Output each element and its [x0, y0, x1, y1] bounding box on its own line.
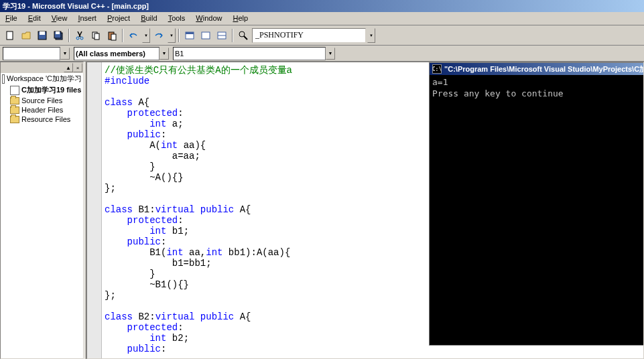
workspace-button[interactable] [182, 28, 197, 43]
console-window[interactable]: C:\ "C:\Program Files\Microsoft Visual S… [429, 62, 644, 346]
window-title: 学习19 - Microsoft Visual C++ - [main.cpp] [0, 0, 644, 12]
panel-close-button[interactable]: × [73, 63, 82, 72]
redo-button[interactable] [151, 28, 166, 43]
find-dropdown[interactable]: ▼ [367, 28, 375, 43]
menu-file[interactable]: File [0, 13, 23, 23]
console-title[interactable]: C:\ "C:\Program Files\Microsoft Visual S… [430, 63, 644, 75]
function-combo-btn[interactable]: ▼ [326, 48, 335, 60]
menu-insert[interactable]: Insert [72, 13, 102, 23]
save-button[interactable] [35, 28, 50, 43]
project-icon [10, 86, 19, 95]
menu-tools[interactable]: Tools [163, 13, 191, 23]
project-node[interactable]: C加加学习19 files [1, 84, 83, 96]
cut-button[interactable] [72, 28, 87, 43]
menu-help[interactable]: Help [227, 13, 253, 23]
menu-project[interactable]: Project [102, 13, 135, 23]
workspace-node[interactable]: Workspace 'C加加学习 [1, 73, 83, 84]
console-output: a=1 Press any key to continue [430, 75, 644, 100]
class-toolbar: ▼ (All class members) ▼ B1 ▼ [0, 46, 644, 62]
panel-pin-button[interactable]: ▲ [64, 63, 73, 72]
redo-dropdown[interactable]: ▼ [168, 28, 176, 43]
paste-button[interactable] [105, 28, 119, 43]
copy-button[interactable] [88, 28, 103, 43]
folder-icon [10, 116, 19, 123]
class-combo[interactable] [3, 47, 60, 60]
folder-header-files[interactable]: Header Files [1, 105, 83, 115]
undo-button[interactable] [126, 28, 141, 43]
folder-source-files[interactable]: Source Files [1, 96, 83, 105]
new-button[interactable] [3, 28, 17, 43]
svg-rect-11 [111, 34, 116, 40]
svg-rect-9 [94, 33, 99, 40]
members-combo[interactable]: (All class members) [74, 47, 159, 60]
folder-resource-files[interactable]: Resource Files [1, 115, 83, 124]
svg-rect-2 [40, 31, 45, 35]
find-input[interactable]: _PSHNOTIFY [252, 28, 366, 43]
menu-view[interactable]: View [46, 13, 73, 23]
menu-window[interactable]: Window [190, 13, 227, 23]
save-all-button[interactable] [51, 28, 66, 43]
svg-rect-0 [7, 31, 13, 40]
function-combo[interactable]: B1 [173, 47, 326, 60]
folder-icon [10, 97, 19, 104]
workspace-panel: ▲ × Workspace 'C加加学习 C加加学习19 files Sourc… [0, 62, 84, 359]
window-list-button[interactable] [214, 28, 229, 43]
find-button[interactable] [236, 28, 251, 43]
menu-bar: FileEditViewInsertProjectBuildToolsWindo… [0, 12, 644, 25]
editor-gutter [87, 62, 102, 358]
svg-rect-14 [202, 32, 210, 39]
svg-point-17 [239, 31, 245, 37]
open-button[interactable] [19, 28, 34, 43]
undo-dropdown[interactable]: ▼ [142, 28, 150, 43]
menu-edit[interactable]: Edit [23, 13, 46, 23]
members-combo-btn[interactable]: ▼ [159, 48, 169, 60]
workspace-icon [2, 74, 5, 84]
class-combo-btn[interactable]: ▼ [60, 48, 70, 60]
cmd-icon: C:\ [432, 64, 442, 74]
output-button[interactable] [198, 28, 213, 43]
svg-point-6 [76, 37, 79, 40]
folder-icon [10, 106, 19, 114]
svg-line-18 [244, 36, 247, 40]
code-editor[interactable]: //使派生类C只有公共基类A的一个成员变量a#include class A{ … [86, 62, 644, 359]
menu-build[interactable]: Build [135, 13, 162, 23]
svg-point-7 [80, 37, 83, 40]
main-toolbar: ▼ ▼ _PSHNOTIFY ▼ [0, 25, 644, 46]
svg-rect-13 [186, 32, 194, 34]
svg-rect-5 [56, 31, 60, 34]
